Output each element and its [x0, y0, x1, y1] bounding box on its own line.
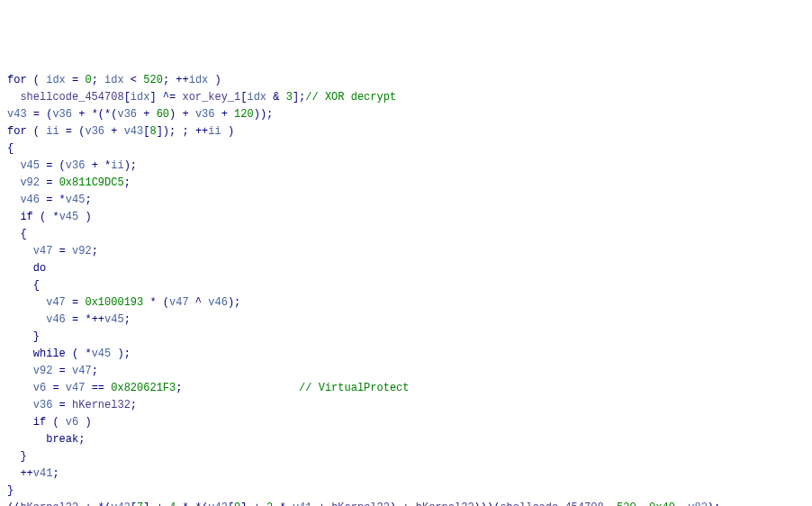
code-line[interactable]: v92 = 0x811C9DC5;: [7, 175, 805, 192]
code-line[interactable]: if ( v6 ): [7, 414, 805, 431]
code-line[interactable]: ((hKernel32 + *(v43[7] + 4 * *(v43[9] + …: [7, 500, 805, 506]
token-var: v36: [195, 108, 215, 121]
code-line[interactable]: }: [7, 329, 805, 346]
code-line[interactable]: }: [7, 483, 805, 500]
token-op: (: [27, 74, 47, 86]
code-line[interactable]: v43 = (v36 + *(*(v36 + 60) + v36 + 120))…: [7, 106, 805, 123]
token-cmt: // VirtualProtect: [299, 382, 409, 394]
token-var: v82: [688, 501, 708, 506]
token-op: ,: [636, 501, 649, 506]
code-line[interactable]: if ( *v45 ): [7, 209, 805, 226]
token-op: {: [33, 279, 40, 292]
token-func: hKernel32: [72, 399, 131, 411]
token-var: v36: [66, 159, 86, 172]
code-line[interactable]: v47 = v92;: [7, 243, 805, 260]
token-num: 520: [143, 74, 163, 86]
code-line[interactable]: for ( ii = (v36 + v43[8]); ; ++ii ): [7, 123, 805, 140]
token-op: ;: [92, 245, 98, 258]
token-op: ;: [52, 467, 59, 480]
token-num: 520: [617, 501, 636, 506]
token-op: ; ++: [163, 74, 189, 86]
token-op: ): [78, 416, 91, 429]
token-op: {: [20, 228, 26, 240]
code-line[interactable]: v47 = 0x1000193 * (v47 ^ v46);: [7, 294, 805, 312]
token-var: ii: [208, 125, 221, 138]
token-var: v43: [7, 108, 27, 121]
token-var: v45: [92, 348, 112, 360]
token-op: }: [20, 450, 26, 463]
token-op: +: [215, 108, 235, 121]
token-op: *: [273, 501, 293, 506]
token-var: idx: [46, 74, 66, 86]
token-kw: if: [20, 211, 32, 223]
token-op: [: [131, 501, 137, 506]
token-op: (: [46, 416, 66, 429]
token-var: v45: [104, 313, 124, 326]
token-op: =: [52, 365, 72, 377]
token-num: 60: [157, 108, 169, 121]
code-line[interactable]: v46 = *++v45;: [7, 312, 805, 329]
code-line[interactable]: break;: [7, 431, 805, 448]
token-var: v47: [72, 365, 92, 377]
token-op: +: [104, 125, 124, 138]
token-var: v43: [208, 501, 228, 506]
token-var: v6: [33, 382, 46, 394]
code-line[interactable]: v36 = hKernel32;: [7, 397, 805, 414]
token-op: =: [40, 176, 59, 189]
token-op: [: [228, 501, 234, 506]
token-var: v41: [293, 501, 312, 506]
token-op: );: [111, 348, 131, 360]
token-op: ] ^=: [149, 91, 182, 104]
token-op: ^: [189, 296, 209, 309]
token-num: 0x811C9DC5: [59, 176, 124, 189]
token-op: ==: [85, 382, 111, 394]
token-op: }: [33, 330, 40, 343]
token-kw: for: [7, 125, 27, 138]
token-var: idx: [189, 74, 209, 86]
decompiler-code-view[interactable]: for ( idx = 0; idx < 520; ++idx ) shellc…: [7, 72, 805, 506]
token-var: ii: [46, 125, 59, 138]
code-line[interactable]: shellcode_454708[idx] ^= xor_key_1[idx &…: [7, 89, 805, 106]
token-op: ));: [254, 108, 274, 121]
code-line[interactable]: v46 = *v45;: [7, 192, 805, 209]
code-line[interactable]: }: [7, 448, 805, 465]
token-op: + *(: [78, 501, 111, 506]
code-line[interactable]: v92 = v47;: [7, 363, 805, 380]
token-var: v47: [46, 296, 66, 309]
token-op: ,: [675, 501, 688, 506]
token-var: v46: [20, 194, 40, 206]
token-op: ((: [7, 501, 20, 506]
token-op: &: [266, 91, 286, 104]
token-op: );: [708, 501, 720, 506]
code-line[interactable]: while ( *v45 );: [7, 346, 805, 363]
token-num: 0x40: [649, 501, 675, 506]
token-op: ;: [124, 313, 131, 326]
token-op: +: [137, 108, 157, 121]
token-kw: if: [33, 416, 46, 429]
token-var: v45: [59, 211, 79, 223]
code-line[interactable]: do: [7, 260, 805, 277]
token-op: ;: [131, 399, 137, 411]
token-op: ;: [92, 74, 104, 86]
token-op: = (: [40, 159, 66, 172]
code-line[interactable]: v45 = (v36 + *ii);: [7, 158, 805, 175]
code-line[interactable]: v6 = v47 == 0x820621F3; // VirtualProtec…: [7, 380, 805, 397]
code-line[interactable]: {: [7, 226, 805, 243]
code-line[interactable]: for ( idx = 0; idx < 520; ++idx ): [7, 72, 805, 89]
code-line[interactable]: {: [7, 277, 805, 294]
token-kw: for: [7, 74, 27, 86]
token-op: ;: [176, 382, 299, 394]
code-line[interactable]: ++v41;: [7, 465, 805, 483]
token-var: idx: [104, 74, 124, 86]
token-op: =: [66, 296, 86, 309]
token-op: <: [124, 74, 144, 86]
token-func: hKernel32: [331, 501, 390, 506]
token-func: hKernel32: [20, 501, 78, 506]
token-op: ): [78, 211, 91, 223]
token-var: v92: [33, 365, 53, 377]
code-line[interactable]: {: [7, 140, 805, 158]
token-op: =: [66, 74, 86, 86]
token-op: );: [124, 159, 137, 172]
token-var: idx: [247, 91, 266, 104]
token-op: ) +: [390, 501, 416, 506]
